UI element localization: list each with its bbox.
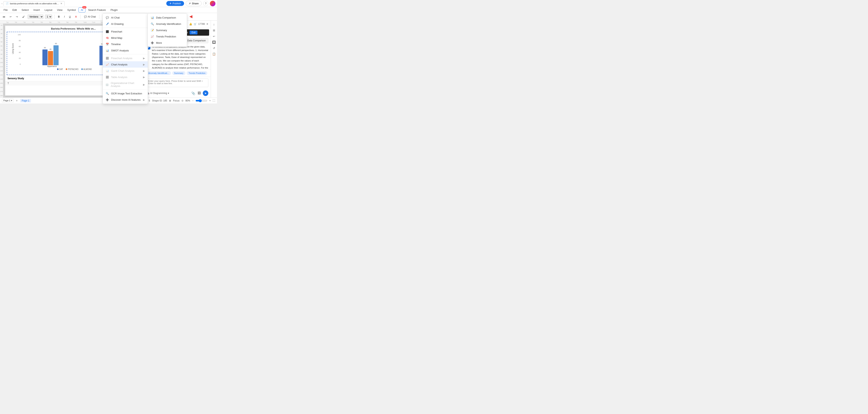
mind-map-menu-item[interactable]: 🧠 Mind Map	[103, 35, 148, 41]
timeline-menu-item[interactable]: 📅 Timeline	[103, 41, 148, 47]
ai-chat-icon: 💬	[84, 15, 87, 18]
flowchart-menu-item[interactable]: ⬛ Flowchart	[103, 28, 148, 35]
swot-menu-item[interactable]: 📊 SWOT Analysis	[103, 47, 148, 54]
chevron-down-icon[interactable]: ▾	[168, 92, 169, 95]
ai-chat-menu-item[interactable]: 💬 AI Chat	[103, 14, 148, 21]
menu-item-file[interactable]: File	[2, 8, 10, 12]
menu-bar: File Edit Select Insert Layout View Symb…	[0, 7, 217, 13]
right-back-icon[interactable]: ↩	[212, 34, 216, 39]
anomaly-identification-button[interactable]: Anomaly Identificati...	[146, 71, 171, 75]
tab-icon: 📄	[6, 2, 9, 5]
page-tab-label[interactable]: Page-1	[20, 99, 31, 102]
more-submenu-item[interactable]: ➕ More	[148, 40, 187, 46]
ai-input-field[interactable]	[146, 78, 208, 87]
help-button[interactable]: ?	[203, 1, 208, 6]
ai-drawing-menu-item[interactable]: 🖊️ AI Drawing	[103, 21, 148, 27]
browser-top-bar: ‹ 📄 barista-preference-whole-milk-vs-alt…	[0, 0, 217, 7]
underline-button[interactable]: U	[68, 15, 72, 19]
right-icons-panel: ↕ ⊞ ↩ 🔲 ↺ 📋	[211, 21, 217, 98]
menu-item-ai[interactable]: AI hot	[79, 7, 85, 12]
undo-button[interactable]: ↩	[8, 15, 13, 19]
focus-icon[interactable]: ⊙	[182, 99, 183, 102]
send-button[interactable]: ➤	[203, 91, 208, 96]
discover-ai-menu-item[interactable]: ➕ Discover more AI features ▶	[103, 97, 148, 103]
arrow-pointer-icon: ◀	[189, 14, 192, 19]
chart-analysis-menu-icon: 📈	[105, 63, 109, 66]
right-expand-icon[interactable]: ↕	[212, 22, 216, 27]
ai-chat-button[interactable]: 💬 AI Chat	[83, 15, 97, 19]
back-icon[interactable]: ‹	[2, 2, 2, 5]
font-color-button[interactable]: A	[74, 15, 78, 19]
right-shape-icon[interactable]: 🔲	[212, 40, 216, 44]
right-history-icon[interactable]: ↺	[212, 46, 216, 50]
ocr-menu-item[interactable]: 🔍 OCR Image Text Extraction	[103, 90, 148, 97]
summary-button[interactable]: Summary	[172, 71, 185, 75]
ai-footer-right: 📎 🖼 ➤	[191, 91, 208, 96]
publish-button[interactable]: ✈ Publish	[166, 1, 184, 6]
bold-button[interactable]: B	[57, 15, 61, 19]
right-grid-icon[interactable]: ⊞	[212, 28, 216, 33]
ocr-icon: 🔍	[105, 92, 109, 95]
italic-button[interactable]: I	[63, 15, 66, 19]
close-icon[interactable]: ✕	[206, 23, 208, 26]
focus-label[interactable]: Focus	[173, 99, 180, 102]
chart-analysis-chevron: ▶	[143, 63, 145, 66]
trends-prediction-button[interactable]: Trends Prediction	[187, 71, 208, 75]
ai-drawing-icon: 🖊️	[105, 22, 109, 26]
menu-item-view[interactable]: View	[55, 8, 64, 12]
image-button[interactable]: 🖼	[197, 91, 201, 96]
flowchart-analysis-icon: ⬛	[105, 56, 109, 60]
attachment-button[interactable]: 📎	[191, 91, 196, 96]
page-menu-button[interactable]: Page-1 ▾	[2, 99, 13, 102]
tab-title-text: barista-preference-whole-milk-vs-alterna…	[10, 2, 59, 5]
chart-analysis-menu-item[interactable]: 📈 Chart Analysis ▶	[103, 61, 148, 68]
share-button[interactable]: ↗ Share	[186, 1, 202, 6]
font-size-select[interactable]: 12	[45, 14, 52, 19]
tab-close-icon[interactable]: ✕	[60, 2, 62, 5]
expand-button[interactable]: ▸▸	[2, 15, 7, 19]
org-chart-menu-item: 🏢 Organizational Chart Analysis ▶	[103, 80, 148, 89]
summary-submenu-item[interactable]: 📝 Summary	[148, 27, 187, 33]
zoom-in-button[interactable]: +	[209, 99, 211, 102]
bar-oat-apperance	[42, 49, 48, 65]
flowchart-analysis-menu-item: ⬛ Flowchart Analysis ▶	[103, 55, 148, 61]
zoom-label: 80%	[185, 99, 190, 102]
gantt-chevron: ▶	[143, 69, 145, 72]
fullscreen-button[interactable]: ⛶	[213, 99, 215, 102]
browser-tab[interactable]: 📄 barista-preference-whole-milk-vs-alter…	[4, 1, 64, 6]
publish-icon: ✈	[169, 2, 172, 5]
zoom-slider[interactable]	[195, 99, 207, 102]
zoom-out-button[interactable]: −	[192, 99, 193, 102]
trends-prediction-submenu-item[interactable]: 📈 Trends Prediction	[148, 33, 187, 40]
hot-badge: hot	[82, 6, 86, 8]
menu-item-edit[interactable]: Edit	[10, 8, 19, 12]
font-family-select[interactable]: Verdana	[28, 14, 43, 19]
redo-button[interactable]: ↪	[14, 15, 19, 19]
ai-chat-menu-icon: 💬	[105, 16, 109, 19]
anomaly-identification-submenu-item[interactable]: 🔍 Anomaly Identification	[148, 21, 187, 27]
timeline-icon: 📅	[105, 42, 109, 46]
data-comparison-button[interactable]: Data Comparison	[185, 38, 208, 43]
table-analysis-icon: ⬛	[105, 75, 109, 79]
menu-item-plugin[interactable]: Plugin	[108, 8, 120, 12]
layer-icon[interactable]: ⊞	[169, 99, 171, 102]
menu-item-search[interactable]: Search Feature	[86, 8, 108, 12]
swot-icon: 📊	[105, 49, 109, 52]
page-add-button[interactable]: +	[16, 99, 18, 102]
menu-item-symbol[interactable]: Symbol	[65, 8, 78, 12]
flowchart-icon: ⬛	[105, 30, 109, 33]
ai-dropdown-menu: 💬 AI Chat 🖊️ AI Drawing ⬛ Flowchart 🧠 Mi…	[102, 13, 148, 103]
menu-item-select[interactable]: Select	[20, 8, 31, 12]
anomaly-identification-submenu-icon: 🔍	[151, 22, 154, 26]
format-paint-button[interactable]: 🖌	[21, 15, 26, 19]
data-comparison-submenu-item[interactable]: 📊 Data Comparison	[148, 14, 187, 21]
notification-icon[interactable]: 🔔	[189, 23, 192, 26]
right-clipboard-icon[interactable]: 📋	[212, 51, 216, 56]
cart-icon[interactable]: 🛒	[194, 23, 197, 26]
table-analysis-chevron: ▶	[143, 76, 145, 79]
avatar[interactable]	[210, 1, 215, 6]
menu-item-layout[interactable]: Layout	[42, 8, 54, 12]
menu-item-insert[interactable]: Insert	[32, 8, 42, 12]
exit-mode-button[interactable]: Exit	[190, 31, 197, 34]
ai-header-right: 🔔 🛒 17789 ✕	[189, 23, 208, 26]
